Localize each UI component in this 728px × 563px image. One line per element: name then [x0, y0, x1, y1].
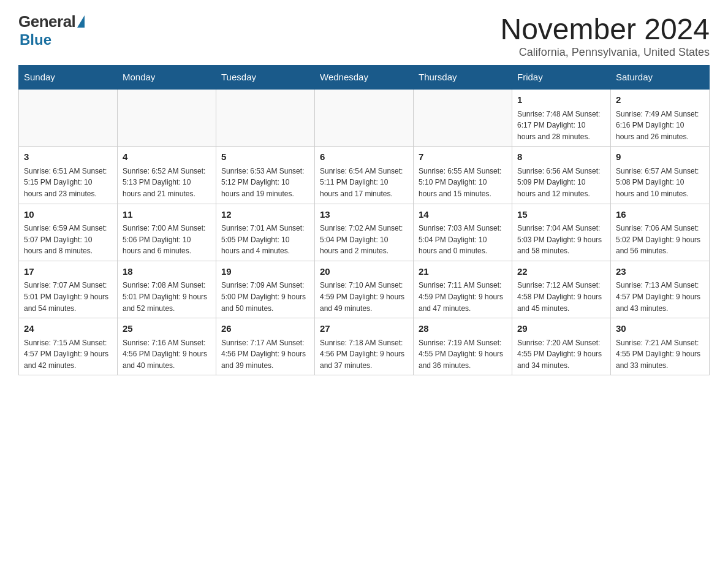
day-info: Sunrise: 7:19 AM Sunset: 4:55 PM Dayligh… [419, 337, 507, 372]
calendar-day-cell: 10Sunrise: 6:59 AM Sunset: 5:07 PM Dayli… [19, 204, 118, 261]
day-info: Sunrise: 7:48 AM Sunset: 6:17 PM Dayligh… [517, 109, 605, 143]
day-number: 2 [616, 93, 704, 107]
calendar-day-cell: 15Sunrise: 7:04 AM Sunset: 5:03 PM Dayli… [512, 204, 611, 261]
weekday-header-thursday: Thursday [414, 66, 512, 90]
weekday-header-saturday: Saturday [611, 66, 710, 90]
day-number: 10 [24, 208, 112, 222]
day-number: 12 [221, 208, 309, 222]
calendar-day-cell [19, 89, 118, 147]
day-number: 9 [616, 150, 704, 164]
day-info: Sunrise: 7:03 AM Sunset: 5:04 PM Dayligh… [419, 223, 507, 257]
calendar-day-cell: 26Sunrise: 7:17 AM Sunset: 4:56 PM Dayli… [216, 318, 315, 375]
day-info: Sunrise: 6:55 AM Sunset: 5:10 PM Dayligh… [419, 166, 507, 200]
calendar-day-cell: 16Sunrise: 7:06 AM Sunset: 5:02 PM Dayli… [611, 204, 710, 261]
title-section: November 2024 California, Pennsylvania, … [500, 12, 710, 59]
day-info: Sunrise: 7:49 AM Sunset: 6:16 PM Dayligh… [616, 109, 704, 143]
calendar-day-cell: 9Sunrise: 6:57 AM Sunset: 5:08 PM Daylig… [611, 147, 710, 204]
day-number: 28 [419, 322, 507, 336]
calendar-day-cell: 22Sunrise: 7:12 AM Sunset: 4:58 PM Dayli… [512, 261, 611, 318]
calendar-day-cell: 21Sunrise: 7:11 AM Sunset: 4:59 PM Dayli… [414, 261, 512, 318]
day-number: 23 [616, 265, 704, 279]
calendar-day-cell: 13Sunrise: 7:02 AM Sunset: 5:04 PM Dayli… [315, 204, 414, 261]
calendar-day-cell: 17Sunrise: 7:07 AM Sunset: 5:01 PM Dayli… [19, 261, 118, 318]
weekday-header-wednesday: Wednesday [315, 66, 414, 90]
day-number: 6 [320, 150, 408, 164]
calendar-day-cell: 19Sunrise: 7:09 AM Sunset: 5:00 PM Dayli… [216, 261, 315, 318]
day-info: Sunrise: 7:21 AM Sunset: 4:55 PM Dayligh… [616, 337, 704, 372]
day-number: 5 [221, 150, 309, 164]
day-info: Sunrise: 7:00 AM Sunset: 5:06 PM Dayligh… [123, 223, 211, 257]
calendar-week-row: 1Sunrise: 7:48 AM Sunset: 6:17 PM Daylig… [19, 89, 710, 147]
day-number: 13 [320, 208, 408, 222]
calendar-day-cell: 7Sunrise: 6:55 AM Sunset: 5:10 PM Daylig… [414, 147, 512, 204]
day-number: 4 [123, 150, 211, 164]
day-info: Sunrise: 6:56 AM Sunset: 5:09 PM Dayligh… [517, 166, 605, 200]
day-number: 29 [517, 322, 605, 336]
day-info: Sunrise: 7:11 AM Sunset: 4:59 PM Dayligh… [419, 280, 507, 314]
day-info: Sunrise: 6:57 AM Sunset: 5:08 PM Dayligh… [616, 166, 704, 200]
day-number: 11 [123, 208, 211, 222]
day-info: Sunrise: 7:17 AM Sunset: 4:56 PM Dayligh… [221, 337, 309, 372]
day-number: 22 [517, 265, 605, 279]
day-info: Sunrise: 7:10 AM Sunset: 4:59 PM Dayligh… [320, 280, 408, 314]
logo: General Blue [18, 12, 85, 48]
day-number: 14 [419, 208, 507, 222]
calendar-day-cell: 3Sunrise: 6:51 AM Sunset: 5:15 PM Daylig… [19, 147, 118, 204]
calendar-day-cell [216, 89, 315, 147]
day-number: 25 [123, 322, 211, 336]
calendar-day-cell: 20Sunrise: 7:10 AM Sunset: 4:59 PM Dayli… [315, 261, 414, 318]
day-number: 15 [517, 208, 605, 222]
day-number: 26 [221, 322, 309, 336]
calendar-day-cell: 25Sunrise: 7:16 AM Sunset: 4:56 PM Dayli… [118, 318, 216, 375]
day-number: 21 [419, 265, 507, 279]
calendar-week-row: 3Sunrise: 6:51 AM Sunset: 5:15 PM Daylig… [19, 147, 710, 204]
day-number: 1 [517, 93, 605, 107]
day-number: 19 [221, 265, 309, 279]
day-info: Sunrise: 7:18 AM Sunset: 4:56 PM Dayligh… [320, 337, 408, 372]
day-info: Sunrise: 7:20 AM Sunset: 4:55 PM Dayligh… [517, 337, 605, 372]
calendar-day-cell: 5Sunrise: 6:53 AM Sunset: 5:12 PM Daylig… [216, 147, 315, 204]
day-info: Sunrise: 7:16 AM Sunset: 4:56 PM Dayligh… [123, 337, 211, 372]
calendar-day-cell [414, 89, 512, 147]
logo-blue-text: Blue [20, 31, 51, 48]
day-number: 17 [24, 265, 112, 279]
weekday-header-tuesday: Tuesday [216, 66, 315, 90]
calendar-day-cell: 23Sunrise: 7:13 AM Sunset: 4:57 PM Dayli… [611, 261, 710, 318]
day-info: Sunrise: 7:01 AM Sunset: 5:05 PM Dayligh… [221, 223, 309, 257]
calendar-day-cell: 6Sunrise: 6:54 AM Sunset: 5:11 PM Daylig… [315, 147, 414, 204]
calendar-day-cell: 24Sunrise: 7:15 AM Sunset: 4:57 PM Dayli… [19, 318, 118, 375]
calendar-day-cell: 1Sunrise: 7:48 AM Sunset: 6:17 PM Daylig… [512, 89, 611, 147]
calendar-day-cell: 27Sunrise: 7:18 AM Sunset: 4:56 PM Dayli… [315, 318, 414, 375]
calendar-day-cell: 4Sunrise: 6:52 AM Sunset: 5:13 PM Daylig… [118, 147, 216, 204]
calendar-week-row: 17Sunrise: 7:07 AM Sunset: 5:01 PM Dayli… [19, 261, 710, 318]
day-info: Sunrise: 7:08 AM Sunset: 5:01 PM Dayligh… [123, 280, 211, 314]
location-text: California, Pennsylvania, United States [500, 46, 710, 59]
day-number: 16 [616, 208, 704, 222]
day-info: Sunrise: 7:09 AM Sunset: 5:00 PM Dayligh… [221, 280, 309, 314]
day-info: Sunrise: 7:04 AM Sunset: 5:03 PM Dayligh… [517, 223, 605, 257]
day-number: 27 [320, 322, 408, 336]
weekday-header-monday: Monday [118, 66, 216, 90]
day-number: 18 [123, 265, 211, 279]
day-info: Sunrise: 7:06 AM Sunset: 5:02 PM Dayligh… [616, 223, 704, 257]
calendar-day-cell [315, 89, 414, 147]
day-info: Sunrise: 7:07 AM Sunset: 5:01 PM Dayligh… [24, 280, 112, 314]
day-number: 30 [616, 322, 704, 336]
calendar-day-cell: 30Sunrise: 7:21 AM Sunset: 4:55 PM Dayli… [611, 318, 710, 375]
calendar-week-row: 10Sunrise: 6:59 AM Sunset: 5:07 PM Dayli… [19, 204, 710, 261]
calendar-day-cell: 12Sunrise: 7:01 AM Sunset: 5:05 PM Dayli… [216, 204, 315, 261]
calendar-week-row: 24Sunrise: 7:15 AM Sunset: 4:57 PM Dayli… [19, 318, 710, 375]
calendar-table: SundayMondayTuesdayWednesdayThursdayFrid… [18, 65, 710, 375]
day-info: Sunrise: 7:02 AM Sunset: 5:04 PM Dayligh… [320, 223, 408, 257]
day-info: Sunrise: 7:15 AM Sunset: 4:57 PM Dayligh… [24, 337, 112, 372]
page-header: General Blue November 2024 California, P… [18, 12, 710, 59]
calendar-day-cell: 18Sunrise: 7:08 AM Sunset: 5:01 PM Dayli… [118, 261, 216, 318]
logo-arrow-icon [77, 15, 85, 28]
day-info: Sunrise: 6:51 AM Sunset: 5:15 PM Dayligh… [24, 166, 112, 200]
weekday-header-sunday: Sunday [19, 66, 118, 90]
calendar-day-cell: 14Sunrise: 7:03 AM Sunset: 5:04 PM Dayli… [414, 204, 512, 261]
day-number: 8 [517, 150, 605, 164]
calendar-day-cell: 28Sunrise: 7:19 AM Sunset: 4:55 PM Dayli… [414, 318, 512, 375]
day-info: Sunrise: 6:53 AM Sunset: 5:12 PM Dayligh… [221, 166, 309, 200]
day-number: 3 [24, 150, 112, 164]
